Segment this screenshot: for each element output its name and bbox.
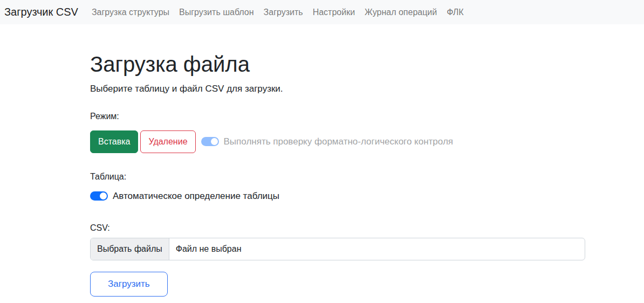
delete-mode-button[interactable]: Удаление xyxy=(140,130,195,153)
nav-item-settings[interactable]: Настройки xyxy=(308,3,360,22)
mode-row: Вставка Удаление Выполнять проверку форм… xyxy=(90,130,585,153)
flc-toggle xyxy=(201,137,219,146)
insert-mode-button[interactable]: Вставка xyxy=(90,130,138,153)
nav-item-flc[interactable]: ФЛК xyxy=(442,3,468,22)
navbar-nav: Загрузка структуры Выгрузить шаблон Загр… xyxy=(87,3,469,22)
nav-item-upload[interactable]: Загрузить xyxy=(259,3,308,22)
nav-item-export-template[interactable]: Выгрузить шаблон xyxy=(174,3,259,22)
flc-toggle-label: Выполнять проверку форматно-логического … xyxy=(224,136,453,147)
mode-label: Режим: xyxy=(90,110,585,123)
auto-detect-toggle-knob xyxy=(100,192,107,199)
csv-file-input[interactable]: Выбрать файлы Файл не выбран xyxy=(90,238,585,260)
auto-detect-toggle[interactable] xyxy=(90,191,108,201)
flc-toggle-knob xyxy=(211,138,218,145)
auto-detect-switch-wrap: Автоматическое определение таблицы xyxy=(90,191,585,202)
auto-detect-toggle-label: Автоматическое определение таблицы xyxy=(113,191,279,202)
page-title: Загрузка файла xyxy=(90,51,585,77)
navbar: Загрузчик CSV Загрузка структуры Выгрузи… xyxy=(0,0,644,24)
nav-item-operations-log[interactable]: Журнал операций xyxy=(360,3,442,22)
main-content: Загрузка файла Выберите таблицу и файл C… xyxy=(90,24,585,297)
nav-item-structure-upload[interactable]: Загрузка структуры xyxy=(87,3,174,22)
file-status-text: Файл не выбран xyxy=(169,238,248,260)
upload-button[interactable]: Загрузить xyxy=(90,272,168,297)
table-label: Таблица: xyxy=(90,170,585,183)
csv-label: CSV: xyxy=(90,222,585,235)
flc-switch-wrap: Выполнять проверку форматно-логического … xyxy=(201,136,453,147)
page-subtitle: Выберите таблицу и файл CSV для загрузки… xyxy=(90,82,585,96)
file-select-button[interactable]: Выбрать файлы xyxy=(91,238,169,260)
brand-link[interactable]: Загрузчик CSV xyxy=(4,6,78,18)
